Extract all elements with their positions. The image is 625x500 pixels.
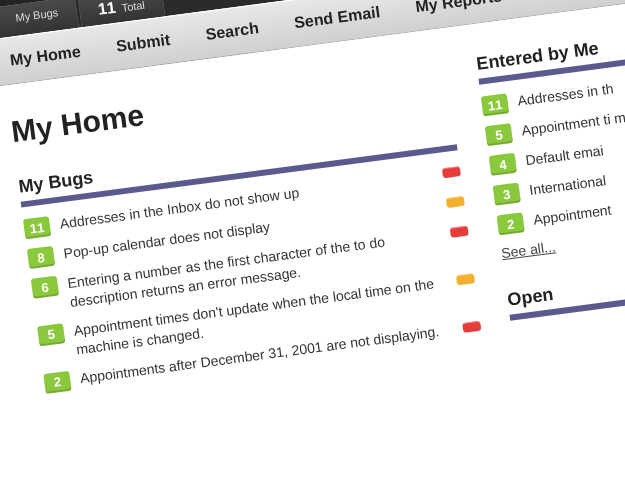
nav-my-home[interactable]: My Home [9, 43, 82, 70]
tab-total-label: Total [121, 0, 146, 14]
bug-id-badge: 5 [485, 123, 513, 146]
bug-id-badge: 11 [23, 216, 51, 239]
tab-total-num: 11 [97, 0, 117, 19]
severity-icon [456, 273, 475, 285]
bug-id-badge: 5 [37, 323, 65, 346]
severity-icon [442, 166, 461, 178]
bug-id-badge: 2 [496, 212, 524, 235]
bug-id-badge: 8 [27, 246, 55, 269]
severity-icon [462, 320, 481, 332]
nav-search[interactable]: Search [205, 19, 260, 44]
nav-send-email[interactable]: Send Email [293, 3, 381, 32]
tab-my-bugs-label: My Bugs [15, 6, 59, 23]
bug-id-badge: 2 [43, 370, 71, 393]
bug-id-badge: 3 [493, 183, 521, 206]
nav-my-reports-label: My Reports [414, 0, 503, 15]
nav-submit[interactable]: Submit [115, 31, 171, 56]
bug-id-badge: 6 [31, 276, 59, 299]
chevron-down-icon: ⌄ [510, 0, 519, 1]
bug-id-badge: 4 [489, 153, 517, 176]
severity-icon [450, 226, 469, 238]
bug-id-badge: 11 [481, 93, 509, 116]
severity-icon [446, 196, 465, 208]
nav-my-reports[interactable]: My Reports ⌄ [414, 0, 519, 16]
